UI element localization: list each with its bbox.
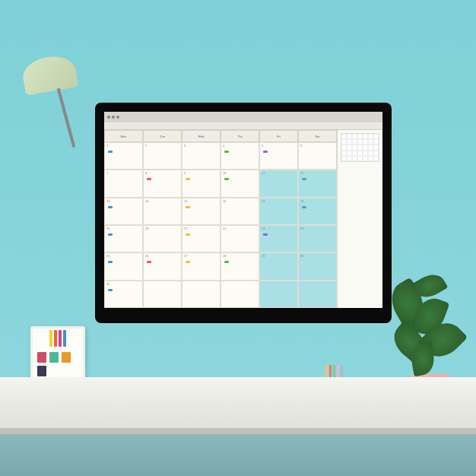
calendar-day-cell[interactable]: 14 bbox=[143, 198, 182, 225]
calendar-day-cell[interactable]: 4 bbox=[221, 142, 259, 170]
calendar-day-cell[interactable]: 1 bbox=[104, 142, 143, 170]
calendar-day-cell[interactable] bbox=[259, 281, 298, 308]
calendar-header-cell: Thu bbox=[221, 130, 259, 142]
calendar-day-cell[interactable]: 30 bbox=[298, 252, 337, 280]
app-toolbar bbox=[104, 122, 382, 130]
calendar-day-cell[interactable]: 21 bbox=[182, 225, 221, 252]
calendar-day-cell[interactable] bbox=[298, 281, 337, 308]
calendar-day-cell[interactable]: 17 bbox=[259, 198, 298, 225]
screen: MonTueWedThuFriSat1234567891011121314151… bbox=[104, 112, 382, 308]
calendar-day-cell[interactable]: 28 bbox=[221, 252, 259, 280]
calendar-day-cell[interactable]: 3 bbox=[182, 142, 221, 170]
calendar-sidebar bbox=[337, 130, 382, 308]
desk-edge bbox=[0, 428, 476, 434]
calendar-day-cell[interactable] bbox=[143, 281, 182, 308]
calendar-grid[interactable]: MonTueWedThuFriSat1234567891011121314151… bbox=[104, 130, 337, 308]
plant bbox=[385, 267, 468, 381]
calendar-day-cell[interactable]: 12 bbox=[298, 170, 337, 197]
desk-lamp bbox=[23, 57, 76, 91]
calendar-day-cell[interactable]: 18 bbox=[298, 198, 337, 225]
calendar-day-cell[interactable]: 26 bbox=[143, 252, 182, 280]
monitor: MonTueWedThuFriSat1234567891011121314151… bbox=[95, 103, 392, 323]
calendar-day-cell[interactable]: 24 bbox=[298, 225, 337, 252]
mini-calendar[interactable] bbox=[341, 133, 379, 162]
calendar-day-cell[interactable] bbox=[182, 281, 221, 308]
calendar-day-cell[interactable]: 19 bbox=[104, 225, 143, 252]
calendar-header-cell: Wed bbox=[182, 130, 221, 142]
calendar-header-cell: Fri bbox=[259, 130, 298, 142]
calendar-day-cell[interactable] bbox=[221, 281, 259, 308]
calendar-day-cell[interactable]: 20 bbox=[143, 225, 182, 252]
calendar-day-cell[interactable]: 27 bbox=[182, 252, 221, 280]
calendar-day-cell[interactable]: 23 bbox=[259, 225, 298, 252]
calendar-day-cell[interactable]: 15 bbox=[182, 198, 221, 225]
calendar-day-cell[interactable]: 29 bbox=[259, 252, 298, 280]
calendar-day-cell[interactable]: 16 bbox=[221, 198, 259, 225]
calendar-header-cell: Tue bbox=[143, 130, 182, 142]
desk-under bbox=[0, 434, 476, 476]
calendar-day-cell[interactable]: 22 bbox=[221, 225, 259, 252]
calendar-header-cell: Sat bbox=[298, 130, 337, 142]
calendar-day-cell[interactable]: 11 bbox=[259, 170, 298, 197]
calendar-day-cell[interactable]: 13 bbox=[104, 198, 143, 225]
calendar-day-cell[interactable]: 8 bbox=[143, 170, 182, 197]
browser-chrome-bar bbox=[104, 112, 382, 122]
calendar-header-cell: Mon bbox=[104, 130, 143, 142]
calendar-day-cell[interactable]: 5 bbox=[259, 142, 298, 170]
calendar-day-cell[interactable]: 2 bbox=[143, 142, 182, 170]
calendar-day-cell[interactable]: 31 bbox=[104, 281, 143, 308]
calendar-day-cell[interactable]: 10 bbox=[221, 170, 259, 197]
calendar-day-cell[interactable]: 7 bbox=[104, 170, 143, 197]
calendar-day-cell[interactable]: 6 bbox=[298, 142, 337, 170]
calendar-day-cell[interactable]: 25 bbox=[104, 252, 143, 280]
calendar-day-cell[interactable]: 9 bbox=[182, 170, 221, 197]
